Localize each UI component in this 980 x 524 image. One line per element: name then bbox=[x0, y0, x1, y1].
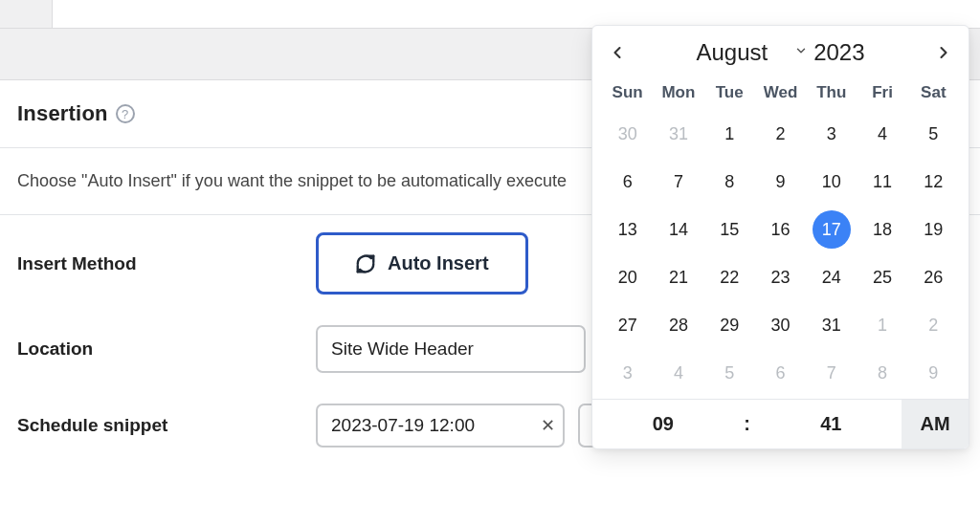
calendar-dow: Sun bbox=[602, 76, 653, 110]
calendar-day[interactable]: 31 bbox=[653, 110, 703, 158]
calendar-dow: Fri bbox=[857, 76, 907, 110]
calendar-day[interactable]: 22 bbox=[704, 253, 755, 301]
calendar-day[interactable]: 31 bbox=[806, 301, 857, 349]
auto-insert-button[interactable]: Auto Insert bbox=[316, 232, 528, 295]
time-picker: 09 : 41 AM bbox=[592, 399, 969, 448]
schedule-start-value: 2023-07-19 12:00 bbox=[331, 415, 475, 435]
calendar-day[interactable]: 14 bbox=[653, 206, 703, 253]
location-select[interactable]: Site Wide Header bbox=[316, 325, 586, 373]
calendar-day[interactable]: 10 bbox=[806, 158, 857, 206]
calendar-day[interactable]: 3 bbox=[806, 110, 857, 158]
clear-start-icon[interactable]: ✕ bbox=[541, 415, 555, 436]
calendar-day[interactable]: 12 bbox=[908, 158, 959, 206]
calendar-day[interactable]: 7 bbox=[653, 158, 703, 206]
calendar-day[interactable]: 2 bbox=[755, 110, 806, 158]
calendar-dow: Mon bbox=[653, 76, 703, 110]
calendar-day[interactable]: 6 bbox=[602, 158, 653, 206]
calendar-day[interactable]: 7 bbox=[806, 349, 857, 397]
calendar-day[interactable]: 1 bbox=[857, 301, 907, 349]
month-select[interactable]: August bbox=[696, 39, 768, 66]
calendar-dow: Wed bbox=[755, 76, 806, 110]
calendar-day[interactable]: 4 bbox=[857, 110, 907, 158]
calendar-day[interactable]: 9 bbox=[755, 158, 806, 206]
prev-month-button[interactable] bbox=[606, 41, 629, 64]
calendar-day[interactable]: 3 bbox=[602, 349, 653, 397]
calendar-day[interactable]: 17 bbox=[806, 206, 857, 253]
active-tab-stub bbox=[0, 0, 53, 29]
calendar-day[interactable]: 9 bbox=[908, 349, 959, 397]
calendar-day[interactable]: 18 bbox=[857, 206, 907, 253]
calendar-day[interactable]: 1 bbox=[704, 110, 755, 158]
label-location: Location bbox=[17, 338, 316, 360]
calendar-day[interactable]: 4 bbox=[653, 349, 703, 397]
calendar-day[interactable]: 6 bbox=[755, 349, 806, 397]
date-picker-header: August 2023 bbox=[592, 26, 969, 72]
ampm-toggle[interactable]: AM bbox=[902, 400, 969, 448]
calendar-day[interactable]: 20 bbox=[602, 253, 653, 301]
calendar-day[interactable]: 24 bbox=[806, 253, 857, 301]
year-select[interactable]: 2023 bbox=[794, 39, 864, 66]
calendar-day[interactable]: 5 bbox=[908, 110, 959, 158]
schedule-start-input[interactable]: 2023-07-19 12:00 ✕ bbox=[316, 404, 565, 448]
section-title: Insertion bbox=[17, 101, 108, 126]
label-insert-method: Insert Method bbox=[17, 253, 316, 274]
calendar-day[interactable]: 28 bbox=[653, 301, 703, 349]
calendar-dow: Tue bbox=[704, 76, 755, 110]
refresh-icon bbox=[355, 253, 376, 274]
chevron-down-icon bbox=[794, 44, 808, 61]
calendar-day[interactable]: 15 bbox=[704, 206, 755, 253]
calendar-day[interactable]: 30 bbox=[755, 301, 806, 349]
calendar-day[interactable]: 5 bbox=[704, 349, 755, 397]
calendar-day[interactable]: 8 bbox=[704, 158, 755, 206]
label-schedule: Schedule snippet bbox=[17, 415, 316, 436]
calendar-day[interactable]: 23 bbox=[755, 253, 806, 301]
minute-input[interactable]: 41 bbox=[761, 400, 902, 448]
calendar-day[interactable]: 26 bbox=[908, 253, 959, 301]
hour-input[interactable]: 09 bbox=[592, 400, 734, 448]
calendar-day[interactable]: 11 bbox=[857, 158, 907, 206]
calendar-day[interactable]: 16 bbox=[755, 206, 806, 253]
next-month-button[interactable] bbox=[932, 41, 955, 64]
location-value: Site Wide Header bbox=[331, 338, 474, 359]
year-label: 2023 bbox=[813, 39, 864, 66]
calendar-day[interactable]: 30 bbox=[602, 110, 653, 158]
auto-insert-label: Auto Insert bbox=[388, 252, 489, 274]
calendar-grid: SunMonTueWedThuFriSat3031123456789101112… bbox=[592, 72, 969, 399]
calendar-day[interactable]: 2 bbox=[908, 301, 959, 349]
calendar-day[interactable]: 25 bbox=[857, 253, 907, 301]
date-picker: August 2023 SunMonTueWedThuFriSat3031123… bbox=[591, 25, 969, 449]
calendar-day[interactable]: 8 bbox=[857, 349, 907, 397]
help-icon[interactable]: ? bbox=[116, 104, 135, 123]
time-colon: : bbox=[734, 400, 761, 448]
calendar-day[interactable]: 21 bbox=[653, 253, 703, 301]
calendar-dow: Thu bbox=[806, 76, 857, 110]
calendar-day[interactable]: 29 bbox=[704, 301, 755, 349]
calendar-day[interactable]: 19 bbox=[908, 206, 959, 253]
calendar-day[interactable]: 27 bbox=[602, 301, 653, 349]
calendar-day[interactable]: 13 bbox=[602, 206, 653, 253]
calendar-dow: Sat bbox=[908, 76, 959, 110]
